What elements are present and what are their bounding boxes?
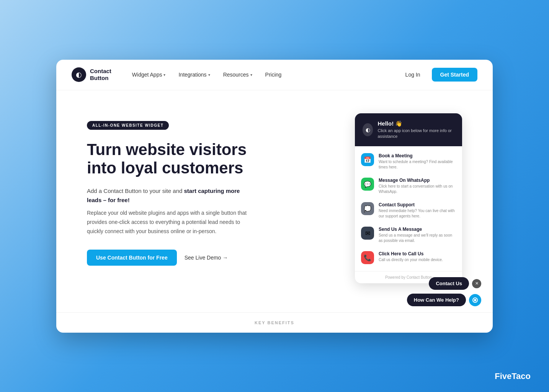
widget-item-text: Click Here to Call Us Call us directly o… — [379, 251, 443, 263]
widget-item-title: Click Here to Call Us — [379, 251, 443, 256]
hero-description: Replace your old website plugins and app… — [87, 209, 255, 236]
widget-header-text: Hello! 👋 Click an app icon below for mor… — [377, 120, 454, 140]
widget-item-support[interactable]: 💭 Contact Support Need immediate help? Y… — [355, 198, 462, 223]
widget-item-desc: Need immediate help? You can live chat w… — [379, 208, 456, 219]
widget-item-title: Send Us A Message — [379, 227, 456, 232]
toggle-icon[interactable] — [469, 294, 481, 306]
widget-panel: ◐ Hello! 👋 Click an app icon below for m… — [355, 113, 462, 284]
widget-item-whatsapp[interactable]: 💬 Message On WhatsApp Click here to star… — [355, 174, 462, 198]
widget-item-title: Book a Meeting — [379, 153, 456, 158]
key-benefits-label: KEY BENEFITS — [56, 312, 493, 333]
chevron-down-icon: ▾ — [250, 73, 252, 77]
chevron-down-icon: ▾ — [208, 73, 210, 77]
how-can-we-help-button[interactable]: How Can We Help? — [407, 294, 466, 306]
widget-item-book-meeting[interactable]: 📅 Book a Meeting Want to schedule a meet… — [355, 149, 462, 174]
calendar-icon: 📅 — [361, 153, 374, 166]
hero-right: ◐ Hello! 👋 Click an app icon below for m… — [355, 113, 477, 284]
support-icon: 💭 — [361, 202, 374, 215]
browser-window: ◐ Contact Button Widget Apps ▾ Integrati… — [56, 60, 493, 333]
nav-actions: Log In Get Started — [400, 68, 477, 82]
navbar: ◐ Contact Button Widget Apps ▾ Integrati… — [56, 60, 493, 90]
widget-greeting: Hello! 👋 — [377, 120, 454, 127]
how-can-we-help-float: How Can We Help? — [407, 294, 481, 306]
widget-float-area: Contact Us ✕ How Can We Help? — [407, 277, 481, 306]
use-contact-button-cta[interactable]: Use Contact Button for Free — [87, 250, 177, 266]
email-icon: ✉ — [361, 227, 374, 240]
hero-left: ALL-IN-ONE WEBSITE WIDGET Turn website v… — [87, 113, 340, 266]
close-icon[interactable]: ✕ — [472, 279, 481, 288]
widget-header: ◐ Hello! 👋 Click an app icon below for m… — [355, 113, 462, 147]
widget-item-title: Message On WhatsApp — [379, 178, 456, 183]
contact-us-float: Contact Us ✕ — [429, 277, 481, 290]
nav-pricing[interactable]: Pricing — [260, 69, 287, 81]
widget-item-text: Contact Support Need immediate help? You… — [379, 202, 456, 219]
widget-item-title: Contact Support — [379, 202, 456, 207]
phone-icon: 📞 — [361, 251, 374, 264]
chevron-down-icon: ▾ — [163, 73, 165, 77]
hero-section: ALL-IN-ONE WEBSITE WIDGET Turn website v… — [56, 90, 493, 312]
contact-us-button[interactable]: Contact Us — [429, 277, 469, 290]
widget-header-icon: ◐ — [363, 123, 373, 136]
logo-icon: ◐ — [72, 67, 86, 82]
widget-item-send-message[interactable]: ✉ Send Us A Message Send us a message an… — [355, 223, 462, 247]
get-started-button[interactable]: Get Started — [432, 68, 477, 82]
fivetaco-brand: FiveTaco — [495, 371, 531, 381]
widget-item-desc: Send us a message and we'll reply as soo… — [379, 233, 456, 243]
whatsapp-icon: 💬 — [361, 178, 374, 191]
widget-item-desc: Click here to start a conversation with … — [379, 184, 456, 194]
widget-subtitle: Click an app icon below for more info or… — [377, 128, 454, 140]
hero-badge: ALL-IN-ONE WEBSITE WIDGET — [87, 121, 169, 130]
widget-item-text: Send Us A Message Send us a message and … — [379, 227, 456, 243]
nav-integrations[interactable]: Integrations ▾ — [173, 69, 215, 81]
widget-item-desc: Want to schedule a meeting? Find availab… — [379, 159, 456, 170]
svg-point-1 — [474, 299, 476, 301]
hero-subtitle: Add a Contact Button to your site and st… — [87, 186, 255, 205]
widget-items: 📅 Book a Meeting Want to schedule a meet… — [355, 146, 462, 271]
login-button[interactable]: Log In — [400, 69, 426, 81]
logo-text: Contact Button — [90, 68, 111, 82]
logo[interactable]: ◐ Contact Button — [72, 67, 111, 82]
nav-links: Widget Apps ▾ Integrations ▾ Resources ▾… — [127, 69, 400, 81]
hero-title: Turn website visitors into loyal custome… — [87, 140, 271, 178]
nav-widget-apps[interactable]: Widget Apps ▾ — [127, 69, 171, 81]
see-live-demo-link[interactable]: See Live Demo → — [185, 255, 228, 261]
nav-resources[interactable]: Resources ▾ — [218, 69, 258, 81]
widget-item-call[interactable]: 📞 Click Here to Call Us Call us directly… — [355, 247, 462, 268]
widget-item-text: Message On WhatsApp Click here to start … — [379, 178, 456, 194]
widget-item-desc: Call us directly on your mobile device. — [379, 257, 443, 263]
widget-item-text: Book a Meeting Want to schedule a meetin… — [379, 153, 456, 170]
hero-ctas: Use Contact Button for Free See Live Dem… — [87, 250, 340, 266]
